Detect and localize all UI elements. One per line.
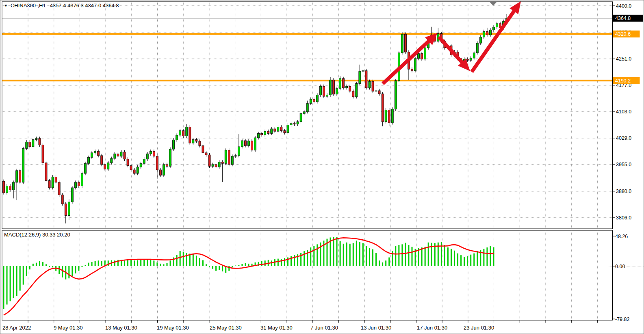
price-tick-label: 3806.0 [616, 215, 631, 221]
ohlc-values: 4357.4 4376.3 4347.0 4364.8 [50, 2, 119, 9]
chart-window[interactable]: 4400.04325.84251.04177.04103.04029.03955… [0, 0, 644, 334]
trend-arrow-3[interactable] [472, 1, 521, 72]
hline-price-tag: 4320.6 [613, 30, 640, 37]
horizontal-gridlines [2, 6, 644, 266]
trend-arrow-1[interactable] [383, 33, 438, 84]
time-tick-label: 25 May 01:30 [210, 325, 242, 331]
candlestick-series [3, 14, 508, 223]
price-tick-label: 4103.0 [616, 109, 631, 115]
time-axis[interactable]: 28 Apr 20229 May 01:3013 May 01:3019 May… [2, 325, 494, 331]
time-tick-label: 17 Jun 01:30 [417, 325, 447, 331]
price-tick-label: 4251.0 [616, 56, 631, 62]
macd-indicator-label: MACD(12,26,9) 30.33 20.20 [4, 232, 70, 238]
price-tick-label: 4400.0 [616, 3, 631, 9]
price-tick-label: 3955.0 [616, 162, 631, 167]
symbol-dropdown-icon[interactable]: ▼ [4, 4, 8, 8]
svg-text:4320.6: 4320.6 [615, 31, 631, 37]
macd-histogram [3, 237, 494, 309]
macd-tick-label: 48.26 [615, 234, 628, 239]
time-tick-label: 7 Jun 01:30 [310, 325, 338, 331]
time-tick-label: 23 Jun 01:30 [464, 325, 494, 331]
svg-text:4364.8: 4364.8 [615, 15, 631, 21]
price-tick-label: 4029.0 [616, 135, 631, 141]
price-tick-label: 3880.0 [616, 189, 631, 194]
symbol-timeframe-label: CHINA300-,H1 [11, 2, 46, 9]
macd-tick-label: 0.00 [615, 264, 625, 269]
macd-values: 30.33 20.20 [42, 232, 70, 238]
time-tick-label: 19 May 01:30 [157, 325, 189, 331]
macd-tick-label: -79.82 [615, 317, 629, 322]
trend-arrow-2[interactable] [439, 37, 470, 71]
chart-canvas[interactable]: 4400.04325.84251.04177.04103.04029.03955… [0, 0, 644, 334]
vertical-gridlines [28, 2, 597, 323]
current-price-tag: 4364.8 [613, 15, 643, 22]
hline-price-tag: 4190.2 [613, 77, 640, 84]
time-tick-label: 13 May 01:30 [105, 325, 137, 331]
svg-text:4190.2: 4190.2 [615, 78, 631, 84]
time-tick-label: 28 Apr 2022 [2, 325, 31, 331]
price-axis[interactable]: 4400.04325.84251.04177.04103.04029.03955… [613, 3, 643, 221]
time-tick-label: 31 May 01:30 [260, 325, 293, 331]
macd-signal-line [4, 238, 494, 315]
macd-name: MACD(12,26,9) [4, 232, 41, 238]
macd-axis[interactable]: 48.260.00-79.82 [613, 234, 630, 322]
time-tick-label: 13 Jun 01:30 [361, 325, 391, 331]
time-tick-label: 9 May 01:30 [54, 325, 83, 331]
shift-marker-icon[interactable] [490, 2, 497, 6]
chart-header: ▼CHINA300-,H14357.4 4376.3 4347.0 4364.8 [4, 2, 119, 9]
